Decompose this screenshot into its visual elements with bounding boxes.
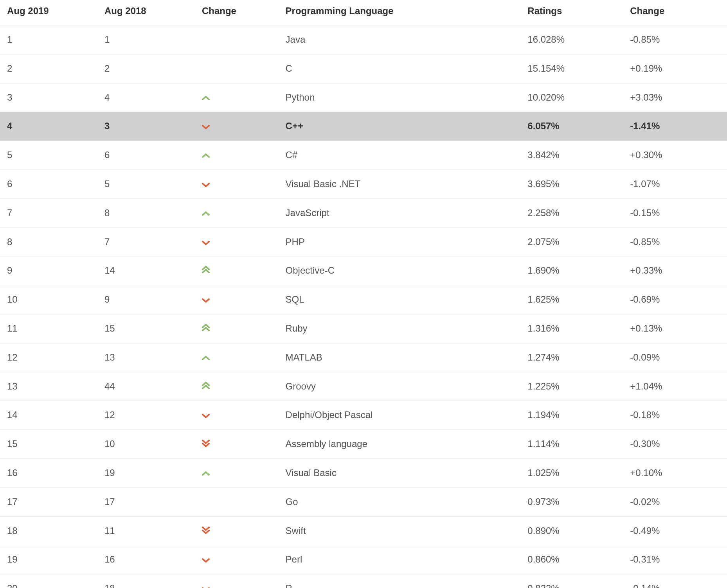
cell-aug2018: 9 [97,285,195,314]
col-change-pct: Change [623,0,727,25]
cell-aug2019: 19 [0,545,97,574]
chevron-down-icon [202,182,210,187]
cell-aug2018: 19 [97,458,195,487]
double-chevron-up-icon [202,266,210,274]
cell-aug2018: 10 [97,430,195,459]
cell-ratings: 1.690% [520,256,623,285]
cell-ratings: 6.057% [520,112,623,141]
cell-ratings: 1.114% [520,430,623,459]
cell-change-rank [195,54,279,83]
cell-change-pct: -0.69% [623,285,727,314]
cell-aug2019: 5 [0,141,97,170]
table-row: 2018R0.822%-0.14% [0,574,727,588]
cell-ratings: 10.020% [520,83,623,112]
cell-change-rank [195,372,279,401]
cell-change-pct: +0.19% [623,54,727,83]
cell-aug2018: 4 [97,83,195,112]
ranking-table: Aug 2019 Aug 2018 Change Programming Lan… [0,0,727,588]
table-row: 1412Delphi/Object Pascal1.194%-0.18% [0,401,727,430]
cell-change-pct: -0.85% [623,25,727,54]
cell-aug2018: 44 [97,372,195,401]
cell-language: R [279,574,521,588]
cell-ratings: 1.194% [520,401,623,430]
cell-language: C# [279,141,521,170]
cell-change-rank [195,458,279,487]
cell-change-rank [195,516,279,545]
cell-aug2018: 5 [97,170,195,198]
cell-language: Ruby [279,314,521,343]
cell-language: Objective-C [279,256,521,285]
table-row: 11Java16.028%-0.85% [0,25,727,54]
cell-change-pct: -0.15% [623,198,727,227]
cell-change-rank [195,574,279,588]
cell-change-pct: +3.03% [623,83,727,112]
cell-language: Swift [279,516,521,545]
table-row: 34Python10.020%+3.03% [0,83,727,112]
cell-aug2019: 14 [0,401,97,430]
cell-aug2018: 15 [97,314,195,343]
cell-ratings: 16.028% [520,25,623,54]
chevron-up-icon [202,471,210,476]
cell-change-pct: -0.02% [623,487,727,516]
cell-aug2019: 9 [0,256,97,285]
col-aug2019: Aug 2019 [0,0,97,25]
cell-change-rank [195,227,279,256]
table-row: 1811Swift0.890%-0.49% [0,516,727,545]
table-row: 56C#3.842%+0.30% [0,141,727,170]
cell-aug2018: 6 [97,141,195,170]
cell-language: MATLAB [279,343,521,372]
cell-language: Visual Basic [279,458,521,487]
cell-aug2019: 2 [0,54,97,83]
table-row: 1510Assembly language1.114%-0.30% [0,430,727,459]
table-row: 43C++6.057%-1.41% [0,112,727,141]
cell-change-rank [195,25,279,54]
cell-change-rank [195,112,279,141]
cell-aug2018: 13 [97,343,195,372]
cell-ratings: 1.316% [520,314,623,343]
cell-ratings: 2.075% [520,227,623,256]
chevron-up-icon [202,211,210,216]
chevron-down-icon [202,413,210,418]
cell-aug2018: 3 [97,112,195,141]
cell-ratings: 1.625% [520,285,623,314]
cell-change-rank [195,141,279,170]
cell-change-pct: -0.31% [623,545,727,574]
cell-change-pct: -1.41% [623,112,727,141]
cell-change-rank [195,343,279,372]
cell-aug2018: 18 [97,574,195,588]
cell-aug2019: 3 [0,83,97,112]
table-row: 1344Groovy1.225%+1.04% [0,372,727,401]
table-row: 1619Visual Basic1.025%+0.10% [0,458,727,487]
cell-change-pct: -0.09% [623,343,727,372]
cell-ratings: 0.890% [520,516,623,545]
cell-language: Go [279,487,521,516]
cell-aug2019: 20 [0,574,97,588]
cell-change-rank [195,401,279,430]
table-row: 1115Ruby1.316%+0.13% [0,314,727,343]
cell-aug2019: 12 [0,343,97,372]
cell-change-rank [195,285,279,314]
cell-change-pct: +0.13% [623,314,727,343]
cell-language: SQL [279,285,521,314]
cell-language: PHP [279,227,521,256]
cell-aug2019: 1 [0,25,97,54]
cell-language: JavaScript [279,198,521,227]
double-chevron-up-icon [202,324,210,332]
chevron-down-icon [202,240,210,245]
cell-change-pct: -0.14% [623,574,727,588]
cell-ratings: 1.274% [520,343,623,372]
cell-ratings: 0.860% [520,545,623,574]
cell-language: Delphi/Object Pascal [279,401,521,430]
cell-change-rank [195,487,279,516]
cell-ratings: 0.973% [520,487,623,516]
cell-change-pct: -0.49% [623,516,727,545]
cell-change-pct: -0.18% [623,401,727,430]
double-chevron-up-icon [202,382,210,390]
cell-aug2019: 17 [0,487,97,516]
col-aug2018: Aug 2018 [97,0,195,25]
cell-language: C [279,54,521,83]
cell-aug2018: 17 [97,487,195,516]
cell-ratings: 2.258% [520,198,623,227]
cell-aug2018: 11 [97,516,195,545]
cell-change-pct: +0.10% [623,458,727,487]
